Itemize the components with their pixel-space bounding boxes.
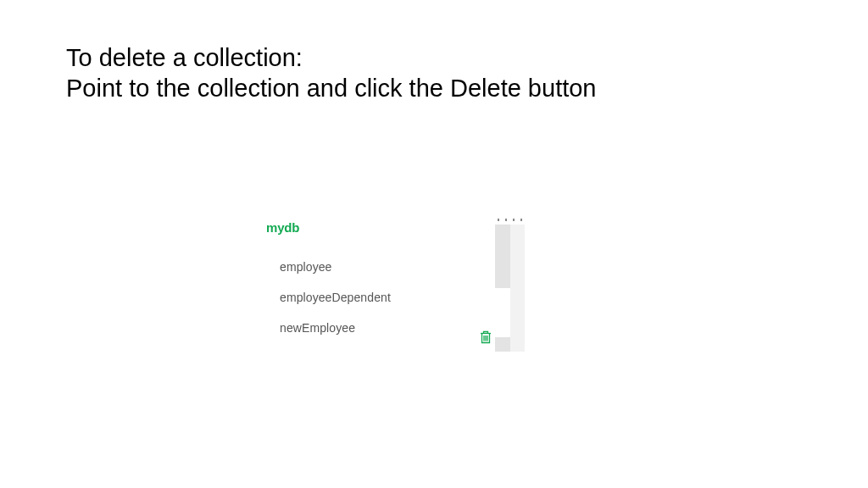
scrollbar-top-marks	[495, 219, 525, 223]
top-mark	[505, 219, 507, 221]
instruction-line-1: To delete a collection:	[66, 42, 597, 73]
database-name[interactable]: mydb	[266, 220, 520, 235]
top-mark	[498, 219, 499, 221]
scrollbar-secondary[interactable]	[510, 225, 525, 352]
collection-item-employeeDependent[interactable]: employeeDependent	[266, 282, 520, 313]
scrollbar-highlight	[495, 288, 510, 337]
instruction-line-2: Point to the collection and click the De…	[66, 73, 597, 103]
top-mark	[513, 219, 515, 221]
collection-item-employee[interactable]: employee	[266, 252, 520, 282]
trash-icon[interactable]	[480, 330, 492, 344]
instruction-heading: To delete a collection: Point to the col…	[66, 42, 597, 104]
scrollbar-area	[495, 219, 525, 354]
database-panel: mydb employee employeeDependent newEmplo…	[266, 220, 520, 343]
top-mark	[520, 219, 522, 221]
